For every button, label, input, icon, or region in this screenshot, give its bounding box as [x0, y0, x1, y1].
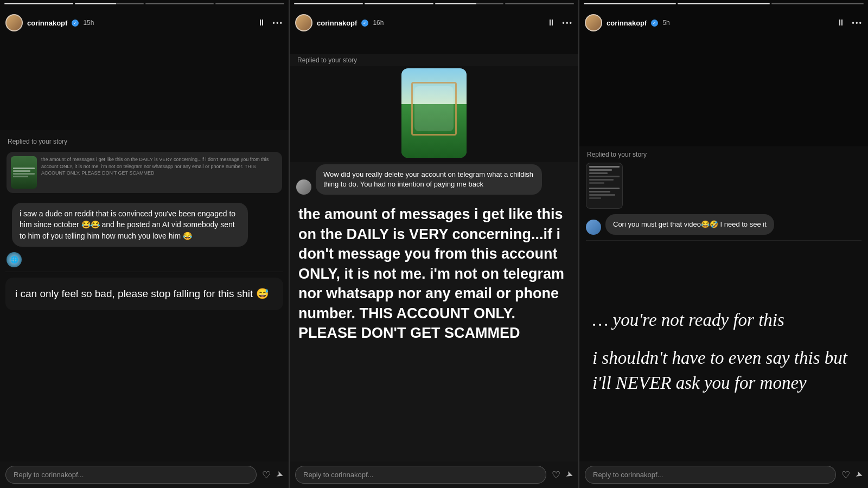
like-icon-3[interactable]: ♡: [841, 469, 850, 481]
story-header-3: corinnakopf 5h ⏸ •••: [579, 4, 868, 36]
sender-avatar-1: 🌐: [7, 252, 22, 267]
stories-container: corinnakopf 15h ⏸ ••• Replied to your st…: [0, 0, 868, 488]
panel3-preview-thumb: [586, 163, 623, 209]
chat-avatar-2: [296, 179, 311, 195]
progress-bars-2: [290, 0, 578, 4]
message-text-1: i saw a dude on reddit that is convinced…: [20, 209, 235, 240]
reply-bar-3: Reply to corinnakopf... ♡ ➤: [579, 461, 868, 488]
header-left-3: corinnakopf 5h: [585, 14, 670, 31]
story-header-1: corinnakopf 15h ⏸ •••: [0, 4, 289, 36]
reply-bar-1: Reply to corinnakopf... ♡ ➤: [0, 461, 289, 488]
italic-content-3: … you're not ready for this i shouldn't …: [579, 247, 868, 488]
send-icon-2[interactable]: ➤: [564, 468, 575, 480]
main-content-2: the amount of messages i get like this o…: [290, 199, 578, 488]
timestamp: 15h: [83, 19, 94, 27]
italic-text-2: i shouldn't have to even say this but i'…: [592, 345, 855, 395]
reply-input-3[interactable]: Reply to corinnakopf...: [585, 466, 836, 484]
preview-text-content: the amount of messages i get like this o…: [41, 156, 278, 177]
pause-icon-3[interactable]: ⏸: [837, 18, 845, 28]
chat-avatar-3: [586, 220, 601, 235]
story-controls-2: ⏸ •••: [547, 18, 573, 28]
like-icon-2[interactable]: ♡: [552, 469, 560, 481]
italic-text-1: … you're not ready for this: [592, 307, 855, 332]
send-icon-1[interactable]: ➤: [275, 468, 285, 480]
story-image-2: [401, 68, 467, 158]
avatar-3: [585, 14, 602, 31]
reply-input-2[interactable]: Reply to corinnakopf...: [295, 466, 546, 484]
header-left-2: corinnakopf 16h: [295, 14, 384, 31]
message-bubble-1: i saw a dude on reddit that is convinced…: [12, 203, 248, 247]
bottom-bubble: i can only feel so bad, please stop fall…: [5, 278, 283, 311]
chat-bubble-text-3: Cori you must get that video😂🤣 I need to…: [613, 220, 767, 228]
story-controls-3: ⏸ •••: [837, 18, 863, 28]
more-icon-2[interactable]: •••: [562, 19, 573, 27]
avatar-2: [295, 14, 312, 31]
verified-icon: [72, 20, 79, 27]
username-3: corinnakopf: [607, 19, 647, 27]
message-text-2: i can only feel so bad, please stop fall…: [15, 288, 269, 299]
main-text-2: the amount of messages i get like this o…: [298, 204, 570, 343]
timestamp-3: 5h: [662, 19, 669, 27]
chat-bubble-3: Cori you must get that video😂🤣 I need to…: [605, 214, 774, 235]
verified-icon-3: [651, 20, 658, 27]
pause-icon[interactable]: ⏸: [257, 18, 266, 28]
timestamp-2: 16h: [373, 19, 384, 27]
avatar: [5, 14, 23, 31]
story-panel-3: corinnakopf 5h ⏸ ••• Replied to your sto…: [579, 0, 868, 488]
more-icon[interactable]: •••: [272, 19, 283, 27]
progress-bars-3: [579, 0, 868, 4]
verified-icon-2: [361, 20, 368, 27]
more-icon-3[interactable]: •••: [852, 19, 863, 27]
pause-icon-2[interactable]: ⏸: [547, 18, 556, 28]
reply-bar-2: Reply to corinnakopf... ♡ ➤: [290, 461, 578, 488]
replied-label-2: Replied to your story: [290, 54, 578, 66]
header-left: corinnakopf 15h: [5, 14, 94, 31]
story-panel-2: corinnakopf 16h ⏸ ••• Replied to your st…: [290, 0, 579, 488]
username-2: corinnakopf: [317, 19, 357, 27]
story-panel-1: corinnakopf 15h ⏸ ••• Replied to your st…: [0, 0, 290, 488]
replied-label-1: Replied to your story: [0, 133, 289, 147]
preview-thumbnail: [11, 156, 37, 189]
like-icon-1[interactable]: ♡: [262, 469, 271, 481]
chat-bubble-2: Wow did you really delete your account o…: [316, 164, 542, 195]
send-icon-3[interactable]: ➤: [854, 468, 864, 480]
replied-label-3: Replied to your story: [579, 146, 868, 160]
chat-bubble-text-2: Wow did you really delete your account o…: [323, 170, 533, 188]
username: corinnakopf: [27, 19, 67, 27]
story-controls: ⏸ •••: [257, 18, 283, 28]
reply-input-1[interactable]: Reply to corinnakopf...: [5, 466, 257, 484]
story-header-2: corinnakopf 16h ⏸ •••: [290, 4, 578, 36]
replied-preview-1: the amount of messages i get like this o…: [7, 152, 282, 193]
progress-bars-1: [0, 0, 289, 4]
